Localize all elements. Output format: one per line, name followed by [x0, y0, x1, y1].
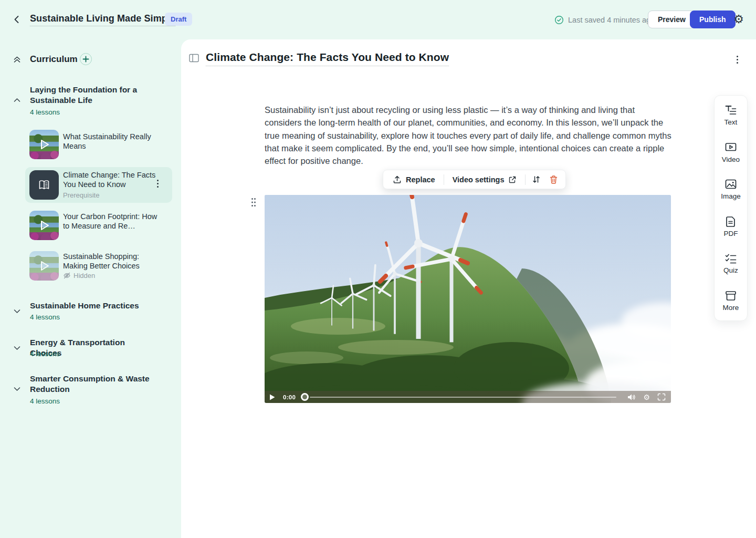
video-progress-track[interactable]	[310, 397, 616, 398]
lesson-item-sustainable-shopping[interactable]: Sustainable Shopping: Making Better Choi…	[25, 248, 172, 284]
video-scrubber-knob[interactable]	[301, 393, 309, 401]
section-1-title[interactable]: Laying the Foundation for a Sustainable …	[30, 85, 155, 106]
top-bar: Sustainable Living Made Simple Draft Las…	[0, 0, 756, 39]
last-saved-text: Last saved 4 minutes ago	[568, 16, 655, 24]
play-icon	[269, 394, 275, 400]
lesson-options-menu-button[interactable]	[734, 54, 740, 66]
sort-arrows-icon	[532, 175, 541, 184]
open-book-icon	[37, 179, 51, 191]
volume-icon	[627, 394, 636, 401]
chevron-down-icon	[13, 307, 22, 316]
video-player[interactable]: 0:00 ⚙	[265, 195, 671, 403]
section-3-collapse-toggle[interactable]	[13, 344, 22, 353]
lesson-title: Sustainable Shopping: Making Better Choi…	[63, 252, 158, 271]
palette-label: PDF	[724, 230, 738, 237]
add-pdf-block-button[interactable]: PDF	[724, 216, 738, 237]
course-title[interactable]: Sustainable Living Made Simple	[30, 13, 175, 26]
play-icon	[37, 219, 51, 232]
quiz-block-icon	[724, 253, 737, 264]
image-block-icon	[724, 179, 737, 190]
panel-layout-icon	[189, 54, 199, 63]
more-blocks-button[interactable]: More	[723, 290, 739, 312]
lesson-video-thumbnail	[29, 130, 59, 159]
lesson-title: Your Carbon Footprint: How to Measure an…	[63, 212, 158, 231]
lesson-hidden-status: Hidden	[63, 272, 95, 280]
lesson-item-carbon-footprint[interactable]: Your Carbon Footprint: How to Measure an…	[25, 208, 172, 243]
divider	[525, 174, 526, 185]
section-2-meta: 4 lessons	[30, 313, 60, 321]
block-drag-handle[interactable]	[250, 197, 257, 208]
check-circle-icon	[554, 15, 564, 25]
add-text-block-button[interactable]: Text	[724, 105, 738, 126]
double-chevron-up-icon	[13, 55, 22, 64]
preview-button[interactable]: Preview	[648, 11, 696, 28]
toggle-sidebar-button[interactable]	[189, 54, 199, 63]
section-4-title[interactable]: Smarter Consumption & Waste Reduction	[30, 374, 155, 395]
video-control-bar: 0:00 ⚙	[265, 391, 671, 403]
video-settings-gear-button[interactable]: ⚙	[639, 394, 654, 401]
publish-button[interactable]: Publish	[690, 11, 736, 28]
lesson-title: Climate Change: The Facts You Need to Kn…	[63, 170, 158, 189]
lesson-video-thumbnail	[29, 251, 59, 281]
replace-video-button[interactable]: Replace	[386, 172, 442, 187]
lesson-item-what-sustainability[interactable]: What Sustainability Really Means	[25, 127, 172, 162]
course-editor-app: Sustainable Living Made Simple Draft Las…	[0, 0, 756, 538]
video-block-toolbar: Replace Video settings	[383, 170, 566, 189]
section-3-meta: 4 lessons	[30, 350, 60, 358]
chevron-up-icon	[13, 96, 22, 105]
section-4-meta: 4 lessons	[30, 397, 60, 405]
video-frame-wind-turbines	[265, 195, 671, 403]
sidebar-title: Curriculum	[30, 54, 78, 65]
chevron-down-icon	[13, 385, 22, 394]
lesson-title: What Sustainability Really Means	[63, 132, 158, 151]
palette-label: More	[723, 304, 739, 312]
status-badge: Draft	[165, 13, 192, 26]
lesson-page-title[interactable]: Climate Change: The Facts You Need to Kn…	[206, 51, 449, 66]
save-status: Last saved 4 minutes ago	[554, 15, 655, 25]
video-current-time: 0:00	[283, 394, 296, 400]
section-4-collapse-toggle[interactable]	[13, 385, 22, 394]
video-play-button[interactable]	[265, 394, 279, 400]
add-curriculum-item-button[interactable]	[80, 53, 92, 65]
video-settings-button[interactable]: Video settings	[446, 172, 523, 187]
play-icon	[37, 259, 51, 273]
delete-block-button[interactable]	[545, 172, 562, 188]
more-blocks-icon	[724, 290, 737, 302]
grip-dots-icon	[250, 197, 257, 208]
divider	[444, 174, 444, 185]
add-quiz-block-button[interactable]: Quiz	[723, 253, 738, 274]
collapse-all-button[interactable]	[13, 55, 22, 64]
video-settings-label: Video settings	[453, 175, 505, 184]
chevron-down-icon	[13, 344, 22, 353]
video-fullscreen-button[interactable]	[654, 393, 671, 401]
video-volume-button[interactable]	[624, 394, 639, 401]
section-2-title[interactable]: Sustainable Home Practices	[30, 301, 155, 311]
lesson-menu-button[interactable]	[155, 178, 161, 190]
add-image-block-button[interactable]: Image	[721, 179, 741, 200]
settings-gear-button[interactable]: ⚙	[732, 13, 746, 26]
lesson-video-thumbnail	[29, 211, 59, 240]
eye-off-icon	[63, 272, 71, 280]
palette-label: Image	[721, 192, 741, 200]
upload-icon	[393, 175, 402, 184]
lesson-reading-tile	[29, 170, 59, 200]
play-icon	[37, 138, 51, 151]
palette-label: Text	[724, 118, 738, 126]
add-video-block-button[interactable]: Video	[722, 142, 740, 163]
palette-label: Quiz	[723, 266, 738, 274]
chevron-left-icon	[12, 14, 22, 25]
lesson-intro-paragraph[interactable]: Sustainability isn’t just about recyclin…	[265, 104, 672, 167]
back-button[interactable]	[12, 14, 23, 25]
hidden-label: Hidden	[74, 272, 95, 280]
section-1-meta: 4 lessons	[30, 108, 60, 116]
section-2-collapse-toggle[interactable]	[13, 307, 22, 316]
pdf-block-icon	[724, 216, 737, 227]
external-link-icon	[508, 175, 517, 184]
move-block-button[interactable]	[528, 172, 545, 187]
block-palette: Text Video Image PDF	[714, 95, 748, 321]
fullscreen-icon	[657, 393, 666, 401]
replace-label: Replace	[406, 175, 435, 184]
section-1-collapse-toggle[interactable]	[13, 96, 22, 105]
lesson-prerequisite-label: Prerequisite	[63, 191, 99, 199]
plus-icon	[82, 56, 89, 63]
